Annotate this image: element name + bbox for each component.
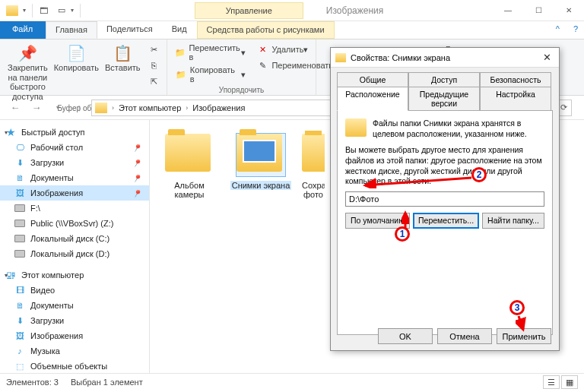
recent-dropdown[interactable]: ▾ xyxy=(49,99,67,117)
pin-icon: 📍 xyxy=(131,172,143,184)
sidebar-item-dl2[interactable]: ⬇Загрузки xyxy=(0,313,149,328)
copy-to-button[interactable]: 📁Копировать в ▾ xyxy=(172,64,249,85)
group-organize-label: Упорядочить xyxy=(172,85,311,94)
folder-icon xyxy=(236,134,282,172)
sidebar-item-pictures[interactable]: 🖼Изображения📍 xyxy=(0,185,149,201)
pin-icon: 📍 xyxy=(131,141,143,153)
dialog-folder-icon xyxy=(335,53,346,62)
window-title: Изображения xyxy=(326,5,383,16)
dialog-close-button[interactable]: ✕ xyxy=(540,52,554,63)
sidebar-item-docs2[interactable]: 🗎Документы xyxy=(0,298,149,313)
tab-view[interactable]: Вид xyxy=(163,21,197,39)
status-count: Элементов: 3 xyxy=(6,378,59,387)
copy-path-button[interactable]: ⎘ xyxy=(145,58,167,73)
netdrive-icon xyxy=(14,220,25,227)
back-button[interactable]: ← xyxy=(6,99,24,117)
copy-icon: 📄 xyxy=(65,43,87,63)
sidebar-item-desktop[interactable]: 🖵Рабочий стол📍 xyxy=(0,140,149,155)
3d-icon: ⬚ xyxy=(14,360,26,372)
view-details-button[interactable]: ☰ xyxy=(543,375,560,389)
tab-previous-versions[interactable]: Предыдущие версии xyxy=(408,87,480,111)
folder-camera-roll[interactable]: Альбом камеры xyxy=(159,131,220,199)
sidebar-item-drive-f[interactable]: F:\ xyxy=(0,201,149,216)
rename-icon: ✎ xyxy=(256,59,268,71)
music-icon: ♪ xyxy=(14,345,26,357)
pin-icon: 📍 xyxy=(131,156,143,169)
location-path-input[interactable] xyxy=(345,191,544,207)
tab-picture-tools[interactable]: Средства работы с рисунками xyxy=(197,21,335,39)
tab-security[interactable]: Безопасность xyxy=(480,72,551,87)
sidebar-item-net-z[interactable]: Public (\\VBoxSvr) (Z:) xyxy=(0,216,149,231)
ok-button[interactable]: OK xyxy=(378,328,433,344)
find-folder-button[interactable]: Найти папку... xyxy=(482,213,544,229)
sidebar-quick-access[interactable]: ▾★Быстрый доступ xyxy=(0,125,149,140)
tab-general[interactable]: Общие xyxy=(337,72,408,87)
sidebar-item-music[interactable]: ♪Музыка xyxy=(0,343,149,359)
copy-button[interactable]: 📄 Копировать xyxy=(51,42,102,74)
tab-sharing[interactable]: Доступ xyxy=(408,72,480,87)
sidebar-item-drive-d[interactable]: Локальный диск (D:) xyxy=(0,246,149,261)
tab-location[interactable]: Расположение xyxy=(337,87,408,111)
copyto-icon: 📁 xyxy=(175,68,187,81)
minimize-button[interactable]: — xyxy=(493,1,523,21)
qat-customize-icon[interactable]: ▾ xyxy=(71,7,74,14)
sidebar-item-pics2[interactable]: 🖼Изображения xyxy=(0,328,149,343)
sidebar-this-pc[interactable]: ▾🖳Этот компьютер xyxy=(0,267,149,283)
move-to-button[interactable]: 📁Переместить в ▾ xyxy=(172,42,249,63)
apply-button[interactable]: Применить xyxy=(497,328,551,344)
dialog-description-2: Вы можете выбрать другое место для хране… xyxy=(345,145,544,187)
drive-icon xyxy=(14,235,25,242)
tab-customize[interactable]: Настройка xyxy=(480,87,551,111)
folder-screenshots[interactable]: Снимки экрана xyxy=(230,131,291,190)
restore-default-button[interactable]: По умолчанию xyxy=(345,213,410,229)
cut-button[interactable]: ✂ xyxy=(145,42,167,57)
up-button[interactable]: ↑ xyxy=(70,99,88,117)
folder-icon xyxy=(165,134,211,172)
folder-saved-photos[interactable]: Сохраненные фото xyxy=(302,131,325,199)
tab-share[interactable]: Поделиться xyxy=(97,21,163,39)
pictures-icon: 🖼 xyxy=(14,187,26,199)
sidebar-item-3d[interactable]: ⬚Объемные объекты xyxy=(0,359,149,373)
tab-file[interactable]: Файл xyxy=(0,21,46,39)
status-bar: Элементов: 3 Выбран 1 элемент ☰ ▦ xyxy=(0,373,584,390)
pin-quick-access-button[interactable]: 📌 Закрепить на панели быстрого доступа xyxy=(5,42,51,103)
quick-access-properties-icon[interactable]: 🗔 xyxy=(34,2,52,19)
dialog-title: Свойства: Снимки экрана xyxy=(351,53,540,62)
qat-menu-icon[interactable]: ▾ xyxy=(23,7,26,14)
forward-button[interactable]: → xyxy=(27,99,46,117)
ribbon-collapse-icon[interactable]: ^ xyxy=(548,21,567,39)
close-button[interactable]: ✕ xyxy=(554,1,584,21)
navigation-pane: ▾★Быстрый доступ 🖵Рабочий стол📍 ⬇Загрузк… xyxy=(0,120,150,373)
tab-home[interactable]: Главная xyxy=(46,21,97,39)
sidebar-item-downloads[interactable]: ⬇Загрузки📍 xyxy=(0,155,149,170)
dialog-body: Файлы папки Снимки экрана хранятся в цел… xyxy=(337,110,553,335)
documents-icon: 🗎 xyxy=(14,172,26,184)
sidebar-item-documents[interactable]: 🗎Документы📍 xyxy=(0,170,149,185)
paste-shortcut-button[interactable]: ⇱ xyxy=(145,74,167,89)
app-folder-icon xyxy=(6,5,18,16)
video-icon: 🎞 xyxy=(14,284,26,296)
sidebar-item-video[interactable]: 🎞Видео xyxy=(0,283,149,298)
move-button[interactable]: Переместить... xyxy=(413,213,479,229)
context-tab-header: Управление xyxy=(195,2,303,19)
drive-icon xyxy=(14,204,25,212)
cancel-button[interactable]: Отмена xyxy=(437,328,492,344)
dialog-titlebar[interactable]: Свойства: Снимки экрана ✕ xyxy=(331,48,559,68)
folder-icon xyxy=(302,134,325,172)
ribbon-tabs: Файл Главная Поделиться Вид Средства раб… xyxy=(0,21,584,40)
pin-icon: 📍 xyxy=(131,187,143,199)
quick-access-newfolder-icon[interactable]: ▭ xyxy=(52,2,71,19)
downloads-icon: ⬇ xyxy=(14,156,26,169)
paste-button[interactable]: 📋 Вставить xyxy=(102,42,144,74)
sidebar-item-drive-c[interactable]: Локальный диск (C:) xyxy=(0,231,149,246)
maximize-button[interactable]: ☐ xyxy=(523,1,554,21)
shortcut-icon: ⇱ xyxy=(148,75,160,87)
path-icon: ⎘ xyxy=(148,59,160,71)
view-icons-button[interactable]: ▦ xyxy=(561,375,578,389)
help-icon[interactable]: ? xyxy=(567,21,584,39)
title-bar: ▾ 🗔 ▭ ▾ Управление Изображения — ☐ ✕ xyxy=(0,0,584,21)
dialog-tabs: Общие Доступ Безопасность Расположение П… xyxy=(337,72,553,110)
breadcrumb-folder[interactable]: Изображения xyxy=(189,103,248,112)
downloads-icon: ⬇ xyxy=(14,315,26,327)
breadcrumb-root[interactable]: Этот компьютер xyxy=(116,103,184,112)
